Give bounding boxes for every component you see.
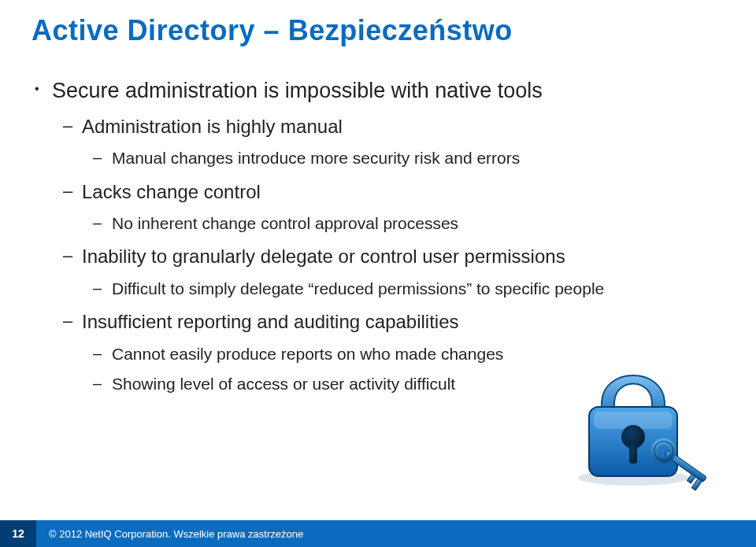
- bullet-l2: Administration is highly manual Manual c…: [52, 114, 724, 170]
- svg-rect-4: [629, 443, 637, 464]
- svg-rect-8: [687, 474, 695, 483]
- page-number: 12: [0, 520, 36, 547]
- bullet-l2c-text: Inability to granularly delegate or cont…: [82, 246, 565, 267]
- bullet-l3: Manual changes introduce more security r…: [82, 147, 724, 169]
- bullet-l3a-text: Manual changes introduce more security r…: [112, 149, 520, 167]
- slide: Active Directory – Bezpieczeństwo Secure…: [0, 0, 756, 547]
- bullet-l2d-text: Insufficient reporting and auditing capa…: [82, 311, 459, 332]
- bullet-l3d-text: Cannot easily produce reports on who mad…: [112, 345, 503, 363]
- bullet-l2: Inability to granularly delegate or cont…: [52, 244, 724, 300]
- bullet-l2b-text: Lacks change control: [82, 181, 261, 202]
- bullet-l3b-text: No inherent change control approval proc…: [112, 214, 458, 232]
- bullet-l2a-text: Administration is highly manual: [82, 116, 343, 137]
- bullet-l2: Lacks change control No inherent change …: [52, 179, 724, 235]
- bullet-l3: Difficult to simply delegate “reduced pe…: [82, 278, 724, 300]
- bullet-l3: No inherent change control approval proc…: [82, 213, 724, 235]
- bullet-l1-text: Secure administration is impossible with…: [52, 79, 543, 102]
- lock-icon: [562, 334, 720, 492]
- bullet-l3e-text: Showing level of access or user activity…: [112, 375, 455, 393]
- bullet-l3c-text: Difficult to simply delegate “reduced pe…: [112, 279, 604, 298]
- slide-title: Active Directory – Bezpieczeństwo: [32, 14, 513, 47]
- footer-bar: 12 © 2012 NetIQ Corporation. Wszelkie pr…: [0, 520, 756, 547]
- copyright-text: © 2012 NetIQ Corporation. Wszelkie prawa…: [36, 528, 303, 540]
